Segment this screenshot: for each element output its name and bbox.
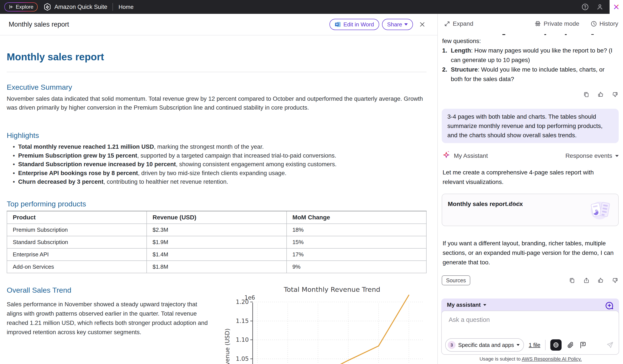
copy-icon[interactable]	[569, 277, 576, 283]
y-tick-label: 1.20	[236, 299, 249, 305]
chevron-down-icon	[517, 344, 520, 346]
numbered-item: 1. Length: How many pages would you like…	[442, 46, 615, 65]
sources-label: Sources	[446, 277, 466, 283]
item-number: 2.	[442, 65, 451, 84]
table-row: Add-on Services $1.8M 9%	[7, 261, 426, 273]
topbar-divider	[112, 3, 113, 11]
expand-label: Expand	[453, 20, 473, 27]
list-item: •Total monthly revenue reached 1.21 mill…	[9, 142, 427, 151]
explore-button[interactable]: Explore	[4, 2, 38, 11]
y-gridlines	[253, 302, 424, 359]
assistant-sparkle-icon	[442, 151, 451, 160]
file-version-badge: V1.0	[509, 201, 520, 207]
edit-in-word-button[interactable]: W Edit in Word	[330, 19, 379, 30]
thumbs-down-icon[interactable]	[612, 277, 618, 283]
thumbs-up-icon[interactable]	[598, 91, 604, 98]
data-scope-selector[interactable]: 3 Specific data and apps	[445, 338, 524, 352]
sales-trend-heading: Overall Sales Trend	[7, 286, 71, 294]
attached-files-link[interactable]: 1 file	[529, 342, 540, 348]
item-bold: Structure	[451, 66, 478, 73]
collapse-left-icon	[9, 4, 14, 10]
send-icon[interactable]	[606, 341, 614, 349]
thumbs-up-icon[interactable]	[598, 277, 604, 283]
chart-svg: Total Monthly Revenue Trend 1e6 1.20 1.1…	[223, 283, 428, 364]
col-header-revenue: Revenue (USD)	[147, 211, 286, 224]
svg-text:W: W	[336, 23, 338, 26]
highlight-rest: , supported by a targeted campaign that …	[137, 152, 336, 159]
quick-suite-logo-icon	[43, 3, 51, 11]
assistant-msg-intro: few questions:	[442, 36, 615, 46]
assistant-message-followup: If you want a different layout, branding…	[443, 239, 616, 267]
document-header: Monthly sales report W Edit in Word Shar…	[0, 14, 437, 36]
cell-mom: 9%	[287, 261, 426, 273]
usage-policy-prefix: Usage is subject to	[480, 356, 522, 362]
question-placeholder: Ask a question	[449, 316, 490, 323]
thumbs-down-icon[interactable]	[612, 91, 618, 98]
cell-revenue: $1.4M	[147, 248, 286, 261]
web-search-toggle[interactable]	[550, 339, 562, 351]
highlight-bold: Churn decreased by 3 percent	[18, 178, 103, 185]
highlight-bold: Premium Subscription grew by 15 percent	[18, 152, 137, 159]
history-label: History	[600, 20, 618, 27]
export-icon[interactable]	[583, 277, 590, 283]
history-button[interactable]: History	[591, 20, 618, 27]
bullet-icon: •	[9, 169, 18, 178]
chevron-down-icon	[615, 155, 619, 157]
highlight-rest: , driven by two mid-size fintech clients…	[138, 170, 286, 176]
prompt-library-icon[interactable]	[579, 341, 586, 349]
item-bold: Length	[451, 47, 471, 54]
list-item: •Premium Subscription grew by 15 percent…	[9, 151, 427, 160]
share-button[interactable]: Share	[382, 19, 413, 30]
user-account-icon[interactable]	[596, 3, 603, 11]
bullet-icon: •	[9, 142, 18, 151]
item-number: 1.	[442, 46, 451, 65]
expand-button[interactable]: Expand	[444, 20, 473, 27]
table-row: Standard Subscription $1.9M 15%	[7, 236, 426, 248]
title-divider	[7, 72, 427, 72]
trend-line	[318, 295, 409, 364]
incognito-icon	[534, 20, 541, 27]
cell-mom: 17%	[287, 248, 426, 261]
help-icon[interactable]	[581, 3, 589, 11]
chevron-down-icon	[483, 304, 486, 306]
list-item: •Churn decreased by 3 percent, contribut…	[9, 178, 427, 186]
usage-policy-note: Usage is subject to AWS Responsible AI P…	[438, 356, 623, 362]
nav-home[interactable]: Home	[119, 4, 134, 10]
responsible-ai-policy-link[interactable]: AWS Responsible AI Policy.	[522, 356, 582, 362]
item-rest: : How many pages would you like the repo…	[451, 47, 612, 63]
close-document-icon[interactable]	[419, 21, 426, 28]
response-events-label: Response events	[565, 152, 612, 159]
edit-in-word-label: Edit in Word	[343, 21, 374, 28]
y-tick-label: 1.15	[236, 318, 249, 324]
toolbar-divider	[545, 340, 546, 350]
cell-mom: 15%	[287, 236, 426, 248]
products-table: Product Revenue (USD) MoM Change Premium…	[7, 211, 427, 273]
assistant-panel: Expand Private mode History	[437, 14, 623, 364]
data-scope-label: Specific data and apps	[458, 342, 514, 348]
attach-file-icon[interactable]	[567, 341, 574, 349]
assistant-message: few questions: 1. Length: How many pages…	[442, 36, 615, 84]
response-events-toggle[interactable]: Response events	[565, 152, 619, 159]
private-mode-button[interactable]: Private mode	[534, 20, 579, 27]
cell-product: Standard Subscription	[7, 236, 147, 248]
sources-button[interactable]: Sources	[442, 275, 470, 285]
assistant-panel-header: Expand Private mode History	[438, 14, 623, 34]
document-header-title: Monthly sales report	[9, 20, 69, 28]
assistant-selector[interactable]: My assistant	[447, 302, 486, 308]
new-chat-icon[interactable]	[604, 301, 614, 311]
y-tick-label: 1.10	[236, 336, 249, 343]
data-scope-count-badge: 3	[448, 341, 456, 349]
file-card[interactable]: Monthly sales report.docx V1.0	[442, 194, 619, 226]
table-row: Enterprise API $1.4M 17%	[7, 248, 426, 261]
app-window: Explore Amazon Quick Suite Home Monthly …	[0, 0, 623, 364]
message-actions	[583, 91, 618, 98]
cell-product: Add-on Services	[7, 261, 147, 273]
question-input[interactable]: Ask a question 3 Specific data and apps …	[441, 311, 619, 355]
list-item: •Standard Subscription revenue increased…	[9, 160, 427, 169]
close-assistant-icon[interactable]	[613, 4, 620, 10]
highlight-rest: , marking the strongest month of the yea…	[154, 143, 264, 150]
expand-icon	[444, 20, 450, 27]
brand-name: Amazon Quick Suite	[54, 4, 107, 10]
copy-icon[interactable]	[583, 91, 590, 98]
assistant-label-row: My Assistant Response events	[442, 151, 619, 160]
